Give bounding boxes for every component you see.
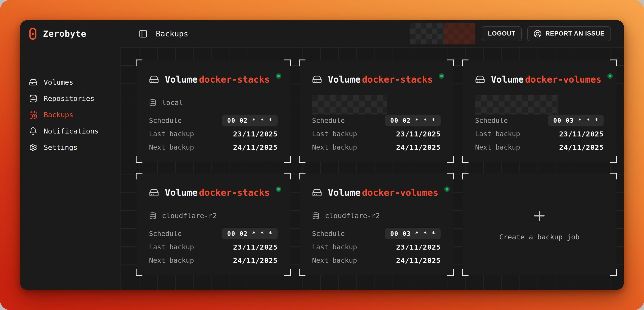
main-content: Volumedocker-stacks local Schedule 00 02…	[120, 47, 624, 290]
hard-drive-icon	[312, 74, 322, 84]
card-stats: Schedule 00 02 * * * Last backup 23/11/2…	[312, 114, 441, 154]
corner-bracket	[284, 269, 291, 276]
hard-drive-icon	[475, 74, 485, 84]
last-backup-label: Last backup	[149, 243, 194, 251]
corner-bracket	[284, 59, 291, 66]
panel-left-icon[interactable]	[138, 29, 148, 38]
redacted-repository-name	[312, 95, 387, 114]
sidebar-item-volumes[interactable]: Volumes	[20, 74, 120, 90]
gear-icon	[29, 143, 37, 152]
schedule-badge: 00 02 * * *	[222, 115, 278, 126]
schedule-badge: 00 02 * * *	[385, 115, 441, 126]
corner-bracket	[447, 156, 454, 163]
hard-drive-icon	[29, 78, 37, 86]
last-backup-value: 23/11/2025	[233, 243, 278, 251]
card-stats: Schedule 00 03 * * * Last backup 23/11/2…	[312, 227, 441, 267]
status-dot	[607, 73, 613, 79]
repository-row	[312, 95, 441, 114]
schedule-label: Schedule	[149, 117, 182, 124]
sidebar: Volumes Repositories Backups Notificatio…	[20, 47, 120, 290]
report-issue-button[interactable]: REPORT AN ISSUE	[527, 26, 611, 41]
status-dot	[439, 73, 444, 79]
last-backup-row: Last backup 23/11/2025	[312, 127, 441, 141]
status-dot	[276, 73, 281, 79]
next-backup-label: Next backup	[312, 143, 357, 151]
redacted-repository-name	[475, 95, 558, 114]
redacted-user-info	[410, 23, 475, 44]
schedule-badge: 00 03 * * *	[548, 115, 604, 126]
database-icon	[29, 94, 37, 103]
card-type-label: Volume	[491, 74, 524, 85]
next-backup-label: Next backup	[149, 143, 194, 151]
status-dot	[276, 186, 281, 192]
corner-bracket	[462, 173, 468, 179]
next-backup-label: Next backup	[312, 256, 357, 264]
corner-bracket	[284, 156, 291, 163]
report-issue-label: REPORT AN ISSUE	[545, 30, 604, 37]
backup-card[interactable]: Volumedocker-volumes Schedule 00 03 * * …	[462, 60, 616, 162]
card-type-label: Volume	[165, 187, 198, 198]
zerobyte-logo-icon	[29, 27, 37, 40]
card-header: Volumedocker-volumes	[475, 74, 604, 85]
schedule-label: Schedule	[475, 117, 508, 124]
next-backup-row: Next backup 24/11/2025	[149, 141, 278, 154]
corner-bracket	[284, 173, 291, 179]
backup-card[interactable]: Volumedocker-stacks Schedule 00 02 * * *…	[299, 60, 453, 162]
logout-button[interactable]: LOGOUT	[482, 26, 522, 41]
corner-bracket	[136, 156, 142, 163]
schedule-row: Schedule 00 03 * * *	[312, 227, 441, 240]
volume-name: docker-stacks	[362, 74, 433, 85]
sidebar-item-notifications[interactable]: Notifications	[20, 123, 120, 139]
repository-row: cloudflare-r2	[312, 209, 441, 223]
page-title: Backups	[156, 29, 188, 38]
sidebar-item-label: Notifications	[44, 127, 99, 135]
database-icon	[312, 212, 320, 220]
brand: Zerobyte	[29, 27, 86, 40]
bell-icon	[29, 127, 37, 135]
card-header: Volumedocker-stacks	[149, 187, 278, 198]
header-actions: LOGOUT REPORT AN ISSUE	[410, 23, 611, 44]
sidebar-item-label: Backups	[44, 111, 73, 119]
repository-row	[475, 95, 604, 114]
backup-card[interactable]: Volumedocker-stacks local Schedule 00 02…	[136, 60, 290, 162]
corner-bracket	[462, 59, 468, 66]
last-backup-label: Last backup	[149, 130, 194, 138]
corner-bracket	[136, 269, 142, 276]
card-header: Volumedocker-volumes	[312, 187, 441, 198]
corner-bracket	[136, 59, 142, 66]
calendar-clock-icon	[29, 111, 37, 119]
corner-bracket	[299, 59, 306, 66]
sidebar-item-label: Repositories	[44, 94, 94, 102]
backup-card[interactable]: Volumedocker-volumes cloudflare-r2 Sched…	[299, 173, 453, 275]
lifebuoy-icon	[534, 30, 542, 38]
last-backup-row: Last backup 23/11/2025	[312, 240, 441, 254]
schedule-row: Schedule 00 02 * * *	[312, 114, 441, 127]
repository-name: cloudflare-r2	[325, 212, 380, 220]
corner-bracket	[447, 173, 454, 179]
card-type-label: Volume	[328, 74, 361, 85]
next-backup-value: 24/11/2025	[233, 143, 278, 151]
next-backup-label: Next backup	[475, 143, 520, 151]
sidebar-item-label: Settings	[44, 143, 78, 151]
schedule-label: Schedule	[312, 117, 345, 124]
next-backup-row: Next backup 24/11/2025	[312, 141, 441, 154]
backup-card[interactable]: Volumedocker-stacks cloudflare-r2 Schedu…	[136, 173, 290, 275]
card-title: Volumedocker-stacks	[165, 74, 270, 85]
volume-name: docker-stacks	[199, 74, 270, 85]
app-name: Zerobyte	[43, 29, 86, 39]
backup-cards-grid: Volumedocker-stacks local Schedule 00 02…	[136, 60, 616, 275]
sidebar-item-repositories[interactable]: Repositories	[20, 90, 120, 107]
app-window: Zerobyte Backups LOGOUT REPORT AN ISSUE	[20, 20, 624, 290]
schedule-badge: 00 03 * * *	[385, 228, 441, 239]
schedule-row: Schedule 00 02 * * *	[149, 227, 278, 240]
corner-bracket	[447, 269, 454, 276]
corner-bracket	[610, 59, 617, 66]
next-backup-value: 24/11/2025	[396, 143, 441, 151]
logout-label: LOGOUT	[488, 30, 516, 37]
next-backup-row: Next backup 24/11/2025	[149, 254, 278, 267]
sidebar-item-label: Volumes	[44, 78, 73, 86]
next-backup-value: 24/11/2025	[233, 256, 278, 265]
sidebar-item-backups[interactable]: Backups	[20, 107, 120, 123]
sidebar-item-settings[interactable]: Settings	[20, 139, 120, 155]
create-backup-job-card[interactable]: Create a backup job	[462, 173, 616, 275]
